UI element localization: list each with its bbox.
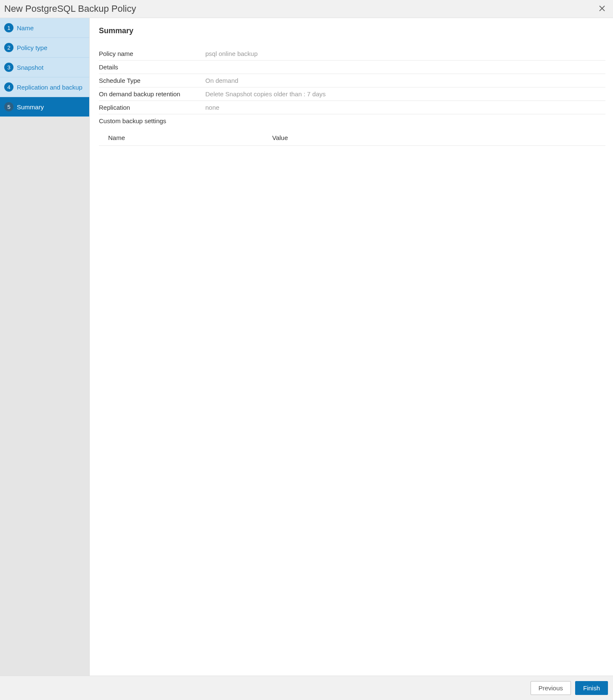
summary-row-policy-name: Policy name psql online backup xyxy=(99,47,605,61)
wizard-step-summary[interactable]: 5 Summary xyxy=(0,97,89,117)
step-number-badge: 4 xyxy=(4,82,13,92)
summary-row-schedule-type: Schedule Type On demand xyxy=(99,74,605,87)
summary-value: Delete Snapshot copies older than : 7 da… xyxy=(205,90,326,98)
wizard-sidebar: 1 Name 2 Policy type 3 Snapshot 4 Replic… xyxy=(0,18,90,676)
wizard-step-name[interactable]: 1 Name xyxy=(0,18,89,38)
table-col-value: Value xyxy=(272,134,605,141)
summary-label: Replication xyxy=(99,104,205,111)
step-label: Policy type xyxy=(17,44,48,51)
summary-value: psql online backup xyxy=(205,50,257,57)
summary-value: On demand xyxy=(205,77,238,84)
summary-section-custom: Custom backup settings xyxy=(99,114,605,127)
step-label: Summary xyxy=(17,103,44,111)
wizard-step-policy-type[interactable]: 2 Policy type xyxy=(0,38,89,58)
step-number-badge: 5 xyxy=(4,102,13,111)
summary-value: none xyxy=(205,104,219,111)
step-label: Replication and backup xyxy=(17,84,82,91)
wizard-step-snapshot[interactable]: 3 Snapshot xyxy=(0,58,89,77)
content-heading: Summary xyxy=(99,26,605,35)
summary-section-details: Details xyxy=(99,61,605,74)
custom-settings-table-header: Name Value xyxy=(99,130,605,146)
step-number-badge: 1 xyxy=(4,23,13,32)
close-icon[interactable] xyxy=(596,3,608,14)
dialog-title: New PostgreSQL Backup Policy xyxy=(4,3,136,14)
summary-row-retention: On demand backup retention Delete Snapsh… xyxy=(99,87,605,101)
step-label: Snapshot xyxy=(17,64,43,71)
step-label: Name xyxy=(17,24,34,32)
table-col-name: Name xyxy=(108,134,272,141)
summary-label: Schedule Type xyxy=(99,77,205,84)
wizard-content: Summary Policy name psql online backup D… xyxy=(90,18,613,676)
dialog-body: 1 Name 2 Policy type 3 Snapshot 4 Replic… xyxy=(0,18,613,676)
dialog-header: New PostgreSQL Backup Policy xyxy=(0,0,613,18)
finish-button[interactable]: Finish xyxy=(575,681,608,695)
dialog-footer: Previous Finish xyxy=(0,676,613,700)
summary-label: Policy name xyxy=(99,50,205,57)
previous-button[interactable]: Previous xyxy=(531,681,571,695)
wizard-step-replication[interactable]: 4 Replication and backup xyxy=(0,77,89,97)
step-number-badge: 3 xyxy=(4,63,13,72)
summary-row-replication: Replication none xyxy=(99,101,605,114)
summary-label: On demand backup retention xyxy=(99,90,205,98)
step-number-badge: 2 xyxy=(4,43,13,52)
